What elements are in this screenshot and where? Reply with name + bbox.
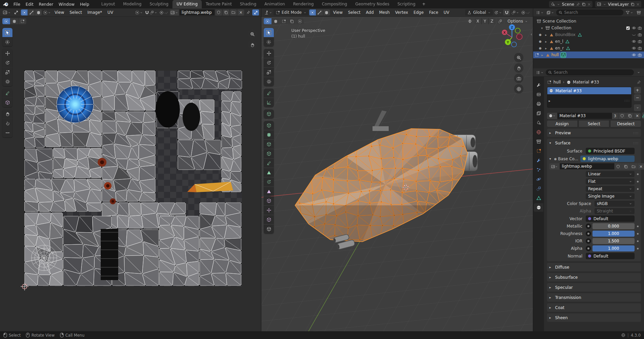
tab-sculpting[interactable]: Sculpting <box>146 0 172 8</box>
slot-specials-button[interactable] <box>634 104 641 111</box>
outliner-row-en-l[interactable]: ● ▸ en_l <box>533 38 644 45</box>
vp-menu-uv[interactable]: UV <box>441 9 452 16</box>
vp-tool-rotate[interactable] <box>264 58 274 67</box>
select-mode-new-button[interactable] <box>2 18 10 24</box>
image-name-field[interactable] <box>560 163 614 169</box>
vp-tool-cursor[interactable] <box>264 37 274 46</box>
select-button[interactable]: Select <box>579 121 609 127</box>
pin-icon[interactable] <box>576 2 580 6</box>
select-mode-face[interactable] <box>323 9 330 15</box>
camera-visibility-icon[interactable] <box>638 39 642 44</box>
roughness-slider[interactable]: 1.000 <box>592 231 635 237</box>
normal-input-button[interactable]: Default <box>586 253 635 259</box>
uv-zoom-button[interactable] <box>248 29 257 39</box>
gizmo-z-neg[interactable] <box>512 42 517 47</box>
source-dropdown[interactable]: Single Image <box>586 193 635 199</box>
outliner-filter-button[interactable] <box>625 9 634 15</box>
select-mode-invert-button[interactable] <box>288 18 296 24</box>
base-color-expand-arrow[interactable]: ▾ <box>549 157 553 161</box>
outliner-filter-id-button[interactable] <box>546 9 555 15</box>
uv-snap-button[interactable] <box>144 9 158 15</box>
vp-tool-knife[interactable] <box>264 159 274 168</box>
select-mode-subtract-button[interactable] <box>280 18 288 24</box>
decorator-dot[interactable] <box>637 226 639 227</box>
base-color-input-button[interactable]: lightmap.webp <box>580 156 635 162</box>
menu-help[interactable]: Help <box>77 1 92 8</box>
ior-socket[interactable] <box>586 238 591 244</box>
outliner-row-en-r[interactable]: ● ▸ en_r <box>533 45 644 52</box>
tab-world[interactable] <box>534 128 543 136</box>
metallic-slider[interactable]: 0.000 <box>592 223 635 229</box>
fake-user-shield-icon[interactable] <box>618 113 626 119</box>
extension-dropdown[interactable]: Repeat <box>586 186 635 192</box>
tab-scene[interactable] <box>534 118 543 127</box>
select-mode-vertex[interactable] <box>309 9 316 15</box>
vp-proportional-edit-toggle[interactable] <box>520 9 531 15</box>
metallic-socket[interactable] <box>586 224 591 229</box>
properties-editor-type-button[interactable] <box>535 69 544 75</box>
menu-file[interactable]: File <box>11 1 23 8</box>
vp-menu-face[interactable]: Face <box>427 9 441 16</box>
vp-menu-add[interactable]: Add <box>363 9 376 16</box>
vp-menu-vertex[interactable]: Vertex <box>393 9 411 16</box>
assign-button[interactable]: Assign <box>547 121 577 127</box>
fake-user-shield-icon[interactable] <box>614 163 622 170</box>
tab-output[interactable] <box>534 100 543 108</box>
tab-animation[interactable]: Animation <box>260 0 289 8</box>
unlink-image-icon[interactable]: × <box>237 9 244 15</box>
tab-uv-editing[interactable]: UV Editing <box>172 0 202 8</box>
tab-view-layer[interactable] <box>534 109 543 117</box>
uv-pivot-button[interactable] <box>134 9 143 15</box>
vp-ortho-toggle-button[interactable] <box>514 84 523 94</box>
material-slot-item[interactable]: Material #33 <box>547 87 631 94</box>
alpha-slider[interactable]: 1.000 <box>592 245 635 251</box>
uv-select-mode-vertex[interactable] <box>21 9 28 15</box>
tab-modifiers[interactable] <box>534 156 543 165</box>
unlink-image-icon[interactable]: × <box>638 163 644 170</box>
roughness-socket[interactable] <box>586 231 591 236</box>
uv-tool-annotate[interactable] <box>2 89 12 98</box>
decorator-dot[interactable] <box>637 240 639 242</box>
tab-constraints[interactable] <box>534 184 543 193</box>
vp-tool-smooth[interactable] <box>264 187 274 196</box>
uv-sync-selection-toggle[interactable] <box>13 9 20 15</box>
blender-logo-icon[interactable] <box>3 2 9 7</box>
camera-visibility-icon[interactable] <box>638 26 642 30</box>
uv-tool-scale[interactable] <box>2 68 12 77</box>
uv-menu-view[interactable]: View <box>52 9 66 16</box>
browse-image-button[interactable] <box>549 163 559 170</box>
mirror-z-toggle[interactable]: Z <box>489 18 495 24</box>
uv-pan-hand-button[interactable] <box>248 40 257 49</box>
uv-canvas[interactable] <box>0 17 261 331</box>
expand-arrow[interactable]: ▸ <box>544 46 548 50</box>
tab-geometry-nodes[interactable]: Geometry Nodes <box>351 0 393 8</box>
vp-menu-edge[interactable]: Edge <box>411 9 426 16</box>
vp-tool-move[interactable] <box>264 49 274 58</box>
scene-selector[interactable]: Scene × <box>549 1 592 7</box>
snap-toggle-button[interactable] <box>503 9 510 15</box>
viewlayer-selector[interactable]: ViewLayer × <box>595 1 641 7</box>
uv-sticky-select-button[interactable] <box>42 9 52 15</box>
new-viewlayer-icon[interactable] <box>631 2 635 6</box>
viewport-canvas[interactable] <box>261 17 533 331</box>
tab-modeling[interactable]: Modeling <box>119 0 146 8</box>
camera-visibility-icon[interactable] <box>638 46 642 50</box>
outliner-row-collection[interactable]: ▾ Collection <box>533 25 644 31</box>
new-image-icon[interactable] <box>223 9 229 15</box>
expand-arrow[interactable]: ▸ <box>544 33 548 37</box>
fake-user-shield-icon[interactable] <box>215 9 222 15</box>
decorator-dot[interactable] <box>637 248 639 249</box>
tab-shading[interactable]: Shading <box>236 0 260 8</box>
panel-grip[interactable]: :::: <box>633 131 639 135</box>
gizmo-x-neg[interactable] <box>517 34 522 40</box>
menu-edit[interactable]: Edit <box>23 1 36 8</box>
uv-tool-pinch[interactable] <box>2 128 12 137</box>
tab-physics[interactable] <box>534 175 543 183</box>
slot-expand-arrow[interactable]: ▸ <box>549 99 552 103</box>
vector-input-button[interactable]: Default <box>586 215 635 222</box>
uv-menu-select[interactable]: Select <box>67 9 84 16</box>
select-mode-extend-button[interactable] <box>10 18 18 24</box>
vp-tool-extrude-region[interactable] <box>264 121 274 130</box>
outliner-display-mode-button[interactable] <box>535 9 544 15</box>
surface-shader-button[interactable]: Principled BSDF <box>586 148 635 154</box>
